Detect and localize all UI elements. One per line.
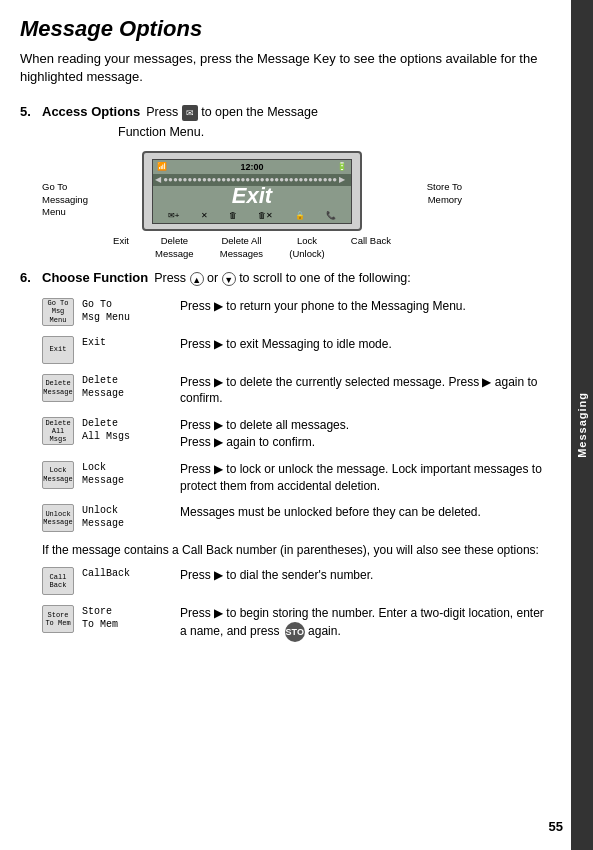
page-number: 55: [549, 819, 563, 834]
step-5-desc: Press ✉ to open the Message: [146, 104, 318, 122]
exit-label-text: Exit: [82, 336, 172, 349]
store-to-mem-label-text: StoreTo Mem: [82, 605, 172, 631]
function-store-to-mem: StoreTo Mem StoreTo Mem Press ▶ to begin…: [42, 605, 551, 642]
function-unlock-message: UnlockMessage UnlockMessage Messages mus…: [42, 504, 551, 532]
store-to-mem-desc: Press ▶ to begin storing the number. Ent…: [180, 605, 551, 642]
store-to-memory-label: Store To Memory: [407, 181, 462, 206]
delete-all-messages-label: Delete AllMessages: [220, 235, 263, 260]
lock-unlock-label: Lock(Unlock): [289, 235, 324, 260]
callback-note: If the message contains a Call Back numb…: [42, 542, 551, 559]
message-key-icon[interactable]: ✉: [182, 105, 198, 121]
function-callback: CallBack CallBack Press ▶ to dial the se…: [42, 567, 551, 595]
callback-icon: CallBack: [42, 567, 74, 595]
go-to-msg-menu-icon: Go ToMsg Menu: [42, 298, 74, 326]
go-to-messaging-label: Go To Messaging Menu: [42, 181, 97, 218]
step-5-desc2: Function Menu.: [118, 124, 204, 142]
function-exit: Exit Exit Press ▶ to exit Messaging to i…: [42, 336, 551, 364]
scroll-up-icon: ▲: [190, 272, 204, 286]
step-5-number: 5.: [20, 104, 42, 141]
unlock-message-label-text: UnlockMessage: [82, 504, 172, 530]
function-go-to-msg-menu: Go ToMsg Menu Go ToMsg Menu Press ▶ to r…: [42, 298, 551, 326]
step-6-number: 6.: [20, 270, 42, 288]
sidebar: Messaging: [571, 0, 593, 850]
function-delete-all: DeleteAll Msgs DeleteAll Msgs Press ▶ to…: [42, 417, 551, 451]
lock-message-desc: Press ▶ to lock or unlock the message. L…: [180, 461, 551, 495]
delete-message-desc: Press ▶ to delete the currently selected…: [180, 374, 551, 408]
step-6-block: 6. Choose Function Press ▲ or ▼ to scrol…: [20, 270, 551, 288]
sto-button: STO: [285, 622, 305, 642]
intro-text: When reading your messages, press the Me…: [20, 50, 551, 86]
scroll-down-icon: ▼: [222, 272, 236, 286]
function-lock-message: LockMessage LockMessage Press ▶ to lock …: [42, 461, 551, 495]
go-to-label: Go ToMsg Menu: [82, 298, 172, 324]
exit-icon: Exit: [42, 336, 74, 364]
function-delete-message: DeleteMessage DeleteMessage Press ▶ to d…: [42, 374, 551, 408]
delete-message-icon: DeleteMessage: [42, 374, 74, 402]
delete-all-desc: Press ▶ to delete all messages.Press ▶ a…: [180, 417, 551, 451]
step-5-title: Access Options: [42, 104, 140, 122]
callback-label-text: CallBack: [82, 567, 172, 580]
step-6-title: Choose Function: [42, 270, 148, 288]
exit-label: Exit: [113, 235, 129, 260]
delete-message-label: DeleteMessage: [155, 235, 194, 260]
store-to-mem-icon: StoreTo Mem: [42, 605, 74, 633]
screen-bottom-labels: Exit DeleteMessage Delete AllMessages Lo…: [100, 235, 404, 260]
unlock-message-icon: UnlockMessage: [42, 504, 74, 532]
go-to-desc: Press ▶ to return your phone to the Mess…: [180, 298, 551, 315]
phone-screen: 📶 12:00 🔋 ◀ ●●●●●●●●●●●●●●●●●●●●●●●●●●●●…: [102, 151, 402, 231]
exit-desc: Press ▶ to exit Messaging to idle mode.: [180, 336, 551, 353]
lock-message-icon: LockMessage: [42, 461, 74, 489]
delete-message-label-text: DeleteMessage: [82, 374, 172, 400]
step-5-block: 5. Access Options Press ✉ to open the Me…: [20, 104, 551, 141]
delete-all-label-text: DeleteAll Msgs: [82, 417, 172, 443]
diagram-container: Go To Messaging Menu 📶 12:00 🔋 ◀ ●●: [42, 151, 462, 260]
unlock-message-desc: Messages must be unlocked before they ca…: [180, 504, 551, 521]
function-list: Go ToMsg Menu Go ToMsg Menu Press ▶ to r…: [42, 298, 551, 533]
callback-function-list: CallBack CallBack Press ▶ to dial the se…: [42, 567, 551, 642]
step-6-desc: Press ▲ or ▼ to scroll to one of the fol…: [154, 270, 411, 288]
lock-message-label-text: LockMessage: [82, 461, 172, 487]
sidebar-label: Messaging: [576, 392, 588, 458]
page-title: Message Options: [20, 16, 551, 42]
call-back-label: Call Back: [351, 235, 391, 260]
callback-desc: Press ▶ to dial the sender's number.: [180, 567, 551, 584]
delete-all-icon: DeleteAll Msgs: [42, 417, 74, 445]
